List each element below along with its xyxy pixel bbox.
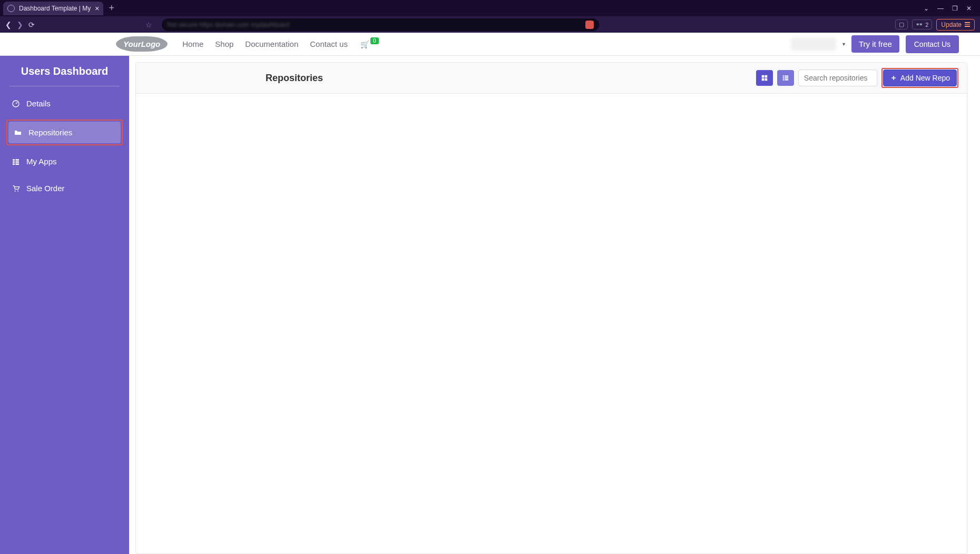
top-nav-links: Home Shop Documentation Contact us bbox=[182, 39, 348, 48]
update-button[interactable]: Update bbox=[936, 19, 975, 31]
svg-rect-16 bbox=[785, 77, 788, 78]
sidebar-item-label: Repositories bbox=[28, 128, 72, 137]
glasses-icon: 👓 bbox=[916, 21, 923, 28]
svg-rect-5 bbox=[13, 163, 15, 165]
sidebar-item-label: Details bbox=[26, 99, 51, 108]
panel-header: Repositories ＋ Add New Repo bbox=[136, 63, 967, 94]
nav-contact-us[interactable]: Contact us bbox=[310, 39, 348, 48]
back-button[interactable]: ❮ bbox=[5, 21, 12, 29]
user-dropdown[interactable] bbox=[791, 38, 836, 51]
svg-rect-6 bbox=[15, 163, 19, 165]
reload-button[interactable]: ⟳ bbox=[28, 21, 35, 29]
nav-home[interactable]: Home bbox=[182, 39, 203, 48]
sidebar-item-repositories[interactable]: Repositories bbox=[8, 122, 121, 143]
svg-rect-2 bbox=[15, 159, 19, 161]
svg-rect-13 bbox=[783, 75, 784, 76]
tabs-dropdown-icon[interactable]: ⌄ bbox=[924, 5, 929, 12]
view-grid-button[interactable] bbox=[756, 70, 773, 86]
add-new-repo-button[interactable]: ＋ Add New Repo bbox=[883, 70, 957, 86]
svg-rect-11 bbox=[762, 78, 765, 81]
site-top-nav: YourLogo Home Shop Documentation Contact… bbox=[0, 33, 980, 56]
main-content: Repositories ＋ Add New Repo bbox=[129, 56, 980, 554]
svg-rect-4 bbox=[15, 161, 19, 163]
folder-open-icon bbox=[14, 128, 22, 137]
svg-point-8 bbox=[17, 190, 18, 191]
new-tab-button[interactable]: + bbox=[109, 3, 114, 14]
cart-icon: 🛒 bbox=[360, 40, 369, 48]
sidebar-divider bbox=[9, 86, 120, 86]
browser-chrome: Dashboard Template | My × + ⌄ — ❐ ✕ ❮ ❯ … bbox=[0, 0, 980, 33]
grid-icon bbox=[12, 157, 20, 166]
chevron-down-icon[interactable]: ▾ bbox=[842, 41, 845, 47]
nav-documentation[interactable]: Documentation bbox=[245, 39, 298, 48]
sidebar-title: Users Dashboard bbox=[6, 65, 123, 86]
browser-tab[interactable]: Dashboard Template | My × bbox=[3, 2, 103, 15]
url-text: Not secure https domain.com mydashboard bbox=[167, 21, 289, 28]
panel-body-empty bbox=[136, 94, 967, 431]
svg-rect-15 bbox=[783, 77, 784, 78]
minimize-icon[interactable]: — bbox=[937, 5, 944, 12]
search-repositories-input[interactable] bbox=[798, 70, 877, 86]
site-logo[interactable]: YourLogo bbox=[116, 36, 168, 52]
sidebar-item-sale-order[interactable]: Sale Order bbox=[6, 177, 123, 199]
sidebar-item-repositories-highlight: Repositories bbox=[6, 120, 123, 145]
sidebar-item-details[interactable]: Details bbox=[6, 93, 123, 114]
sidebar-item-label: My Apps bbox=[26, 157, 57, 166]
address-bar: ❮ ❯ ⟳ ☆ Not secure https domain.com myda… bbox=[0, 16, 980, 33]
nav-shop[interactable]: Shop bbox=[215, 39, 233, 48]
list-view-icon bbox=[782, 74, 789, 82]
panel-toolbar: ＋ Add New Repo bbox=[756, 68, 958, 88]
add-new-repo-label: Add New Repo bbox=[900, 74, 950, 82]
cart-count: 0 bbox=[370, 37, 379, 44]
close-window-icon[interactable]: ✕ bbox=[966, 5, 972, 12]
bookmark-icon[interactable]: ☆ bbox=[145, 21, 152, 29]
svg-rect-9 bbox=[762, 75, 765, 78]
tab-close-icon[interactable]: × bbox=[95, 4, 99, 13]
browser-right-tools: ▢ 👓 2 Update bbox=[895, 19, 975, 31]
repositories-panel: Repositories ＋ Add New Repo bbox=[135, 62, 967, 554]
url-field[interactable]: Not secure https domain.com mydashboard bbox=[162, 18, 599, 31]
svg-point-7 bbox=[15, 190, 16, 191]
panel-title: Repositories bbox=[266, 73, 323, 84]
svg-rect-1 bbox=[13, 159, 15, 161]
tab-title: Dashboard Template | My bbox=[19, 5, 91, 12]
sidebar-item-label: Sale Order bbox=[26, 184, 65, 193]
cart-icon bbox=[12, 184, 20, 193]
add-new-repo-highlight: ＋ Add New Repo bbox=[881, 68, 958, 88]
tab-favicon-icon bbox=[7, 5, 15, 12]
svg-rect-12 bbox=[765, 78, 767, 81]
view-list-button[interactable] bbox=[777, 70, 794, 86]
window-controls: ⌄ — ❐ ✕ bbox=[924, 5, 977, 12]
svg-rect-10 bbox=[765, 75, 767, 78]
svg-rect-17 bbox=[783, 79, 784, 80]
try-it-free-button[interactable]: Try it free bbox=[851, 35, 899, 53]
plus-icon: ＋ bbox=[890, 73, 897, 83]
cart-button[interactable]: 🛒 0 bbox=[360, 40, 379, 48]
svg-rect-14 bbox=[785, 75, 788, 76]
brave-shield-icon[interactable] bbox=[585, 21, 594, 29]
page-body: Users Dashboard Details Repositories My … bbox=[0, 56, 980, 554]
svg-rect-18 bbox=[785, 79, 788, 80]
update-label: Update bbox=[941, 21, 962, 28]
contact-us-button[interactable]: Contact Us bbox=[906, 35, 959, 53]
dashboard-icon bbox=[12, 100, 20, 108]
grid-view-icon bbox=[761, 74, 768, 82]
menu-icon bbox=[965, 22, 970, 27]
reader-count[interactable]: 👓 2 bbox=[912, 19, 932, 29]
reader-count-value: 2 bbox=[925, 22, 928, 28]
tab-bar: Dashboard Template | My × + ⌄ — ❐ ✕ bbox=[0, 0, 980, 16]
forward-button[interactable]: ❯ bbox=[17, 21, 23, 29]
maximize-icon[interactable]: ❐ bbox=[952, 5, 958, 12]
sidebar-item-my-apps[interactable]: My Apps bbox=[6, 151, 123, 172]
svg-rect-3 bbox=[13, 161, 15, 163]
sidebar-toggle-icon[interactable]: ▢ bbox=[895, 19, 908, 29]
sidebar: Users Dashboard Details Repositories My … bbox=[0, 56, 129, 554]
